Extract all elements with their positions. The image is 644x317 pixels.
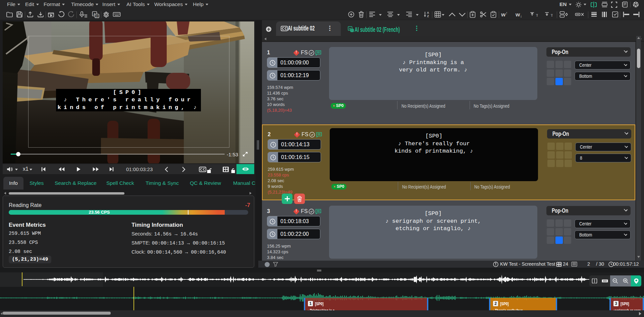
svg-text:文: 文 — [351, 29, 353, 32]
svg-text:Z: Z — [427, 14, 429, 18]
svg-text:T: T — [536, 13, 538, 17]
svg-text:文: 文 — [96, 15, 98, 18]
svg-text:T: T — [551, 13, 553, 17]
svg-text:A: A — [427, 11, 429, 14]
